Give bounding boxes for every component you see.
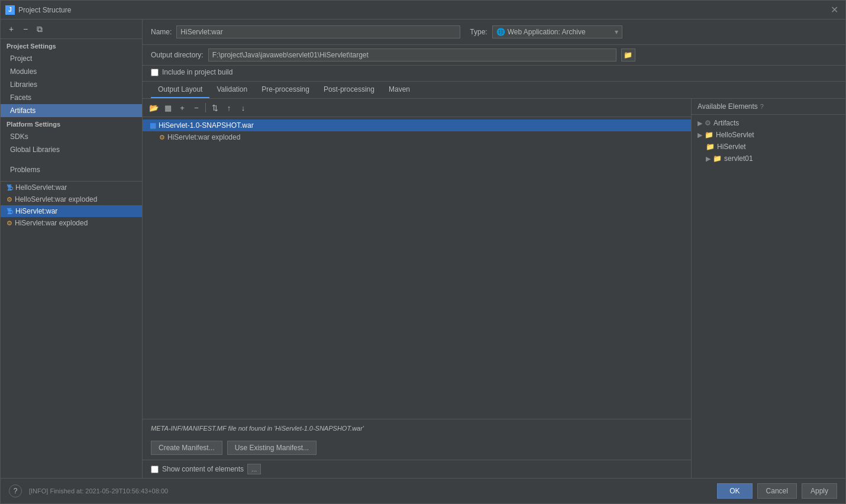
layout-tree: ▦ HiServlet-1.0-SNAPSHOT.war ⚙ HiServlet… xyxy=(143,117,691,419)
create-manifest-button[interactable]: Create Manifest... xyxy=(151,441,222,455)
expand-arrow-icon: ▶ xyxy=(706,155,711,163)
artifact-label: HelloServlet:war exploded xyxy=(15,195,97,203)
copy-artifact-button[interactable]: ⧉ xyxy=(34,23,46,35)
avail-item-hiservlet[interactable]: 📁 HiServlet xyxy=(692,141,845,153)
left-toolbar: + − ⧉ xyxy=(1,20,142,39)
dialog-title: Project Structure xyxy=(18,6,828,14)
artifact-helloservlet-war[interactable]: 🗜 HelloServlet:war xyxy=(1,182,142,193)
browse-output-dir-button[interactable]: 📁 xyxy=(621,49,635,62)
right-panel: Name: Type: 🌐 Web Application: Archive ▾… xyxy=(143,20,845,478)
sidebar-item-libraries[interactable]: Libraries xyxy=(1,78,142,91)
sidebar-item-modules[interactable]: Modules xyxy=(1,65,142,78)
artifact-label: HiServlet:war xyxy=(15,207,57,215)
war-icon: 🗜 xyxy=(7,184,13,191)
add-artifact-button[interactable]: + xyxy=(5,23,17,35)
artifact-helloservlet-exploded[interactable]: ⚙ HelloServlet:war exploded xyxy=(1,193,142,205)
sidebar-item-artifacts[interactable]: Artifacts xyxy=(1,104,142,117)
ok-button[interactable]: OK xyxy=(717,483,752,499)
include-in-build-checkbox[interactable] xyxy=(151,69,159,76)
apply-button[interactable]: Apply xyxy=(802,483,837,499)
folder-add-icon: 📂 xyxy=(149,104,159,112)
include-row: Include in project build xyxy=(143,66,845,82)
project-settings-header: Project Settings xyxy=(1,39,142,52)
artifact-hiservlet-exploded[interactable]: ⚙ HiServlet:war exploded xyxy=(1,217,142,229)
type-label: Type: xyxy=(470,28,487,36)
output-dir-label: Output directory: xyxy=(151,51,204,59)
manifest-buttons: Create Manifest... Use Existing Manifest… xyxy=(143,437,691,460)
artifact-label: HiServlet:war exploded xyxy=(15,219,88,227)
down-icon: ↓ xyxy=(241,104,246,112)
tab-validation[interactable]: Validation xyxy=(209,82,254,98)
type-icon: 🌐 xyxy=(496,28,505,36)
project-structure-dialog: J Project Structure ✕ + − ⧉ Project Sett… xyxy=(0,0,846,504)
available-elements-panel: Available Elements ? ▶ ⚙ Artifacts ▶ xyxy=(692,99,845,478)
name-input[interactable] xyxy=(176,25,460,38)
use-existing-manifest-button[interactable]: Use Existing Manifest... xyxy=(227,441,317,455)
close-button[interactable]: ✕ xyxy=(828,4,841,15)
bottom-left: ? xyxy=(9,484,22,497)
show-content-checkbox[interactable] xyxy=(151,466,159,473)
sidebar-item-label: SDKs xyxy=(10,133,28,141)
remove-element-button[interactable]: − xyxy=(190,101,203,114)
avail-label: HiServlet xyxy=(717,143,746,151)
help-button[interactable]: ? xyxy=(9,484,22,497)
content-area: 📂 ▦ + − ⇅ xyxy=(143,99,845,478)
main-content: + − ⧉ Project Settings Project Modules L… xyxy=(1,20,845,478)
tree-item-label: HiServlet:war exploded xyxy=(167,133,240,141)
remove-artifact-button[interactable]: − xyxy=(20,23,31,35)
exploded-icon: ⚙ xyxy=(7,196,12,203)
sort-icon: ⇅ xyxy=(212,104,218,112)
cancel-button[interactable]: Cancel xyxy=(757,483,797,499)
up-icon: ↑ xyxy=(227,104,231,112)
sidebar-item-label: Problems xyxy=(10,166,40,174)
exploded-child-icon: ⚙ xyxy=(159,134,165,141)
tree-item-snapshot-war[interactable]: ▦ HiServlet-1.0-SNAPSHOT.war xyxy=(143,119,691,131)
sidebar-item-label: Modules xyxy=(10,67,37,76)
output-dir-row: Output directory: 📁 xyxy=(143,45,845,66)
add-folder-button[interactable]: 📂 xyxy=(147,101,160,114)
sidebar-item-label: Facets xyxy=(10,93,31,102)
avail-item-artifacts[interactable]: ▶ ⚙ Artifacts xyxy=(692,117,845,129)
tab-output-layout[interactable]: Output Layout xyxy=(151,82,209,98)
platform-settings-header: Platform Settings xyxy=(1,117,142,130)
tab-pre-processing[interactable]: Pre-processing xyxy=(254,82,317,98)
show-content-options-button[interactable]: ... xyxy=(247,464,261,474)
sidebar-item-label: Project xyxy=(10,54,32,63)
sort-button[interactable]: ⇅ xyxy=(208,101,221,114)
title-bar: J Project Structure ✕ xyxy=(1,1,845,20)
toolbar-separator xyxy=(205,103,206,112)
sidebar-item-problems[interactable]: Problems xyxy=(1,163,142,176)
status-text: [INFO] Finished at: 2021-05-29T10:56:43+… xyxy=(29,487,168,495)
tab-maven[interactable]: Maven xyxy=(382,82,417,98)
sidebar-item-sdks[interactable]: SDKs xyxy=(1,130,142,143)
sidebar-item-facets[interactable]: Facets xyxy=(1,91,142,104)
help-icon: ? xyxy=(760,103,764,110)
add-element-button[interactable]: + xyxy=(176,101,189,114)
avail-item-servlet01[interactable]: ▶ 📁 servlet01 xyxy=(692,153,845,164)
avail-label: servlet01 xyxy=(724,154,753,163)
available-elements-header: Available Elements ? xyxy=(692,99,845,115)
bottom-right: OK Cancel Apply xyxy=(717,483,837,499)
war-icon: 🗜 xyxy=(7,208,13,215)
output-layout-toolbar: 📂 ▦ + − ⇅ xyxy=(143,99,691,117)
layout-view-button[interactable]: ▦ xyxy=(162,101,175,114)
artifact-hiservlet-war[interactable]: 🗜 HiServlet:war xyxy=(1,205,142,217)
layout-icon: ▦ xyxy=(164,104,172,112)
move-up-button[interactable]: ↑ xyxy=(222,101,235,114)
sidebar-item-global-libraries[interactable]: Global Libraries xyxy=(1,143,142,156)
tab-post-processing[interactable]: Post-processing xyxy=(317,82,382,98)
sidebar-item-project[interactable]: Project xyxy=(1,52,142,65)
sidebar-item-label: Global Libraries xyxy=(10,146,60,154)
output-layout-panel: 📂 ▦ + − ⇅ xyxy=(143,99,692,478)
error-message: META-INF/MANIFEST.MF file not found in '… xyxy=(151,425,364,432)
move-down-button[interactable]: ↓ xyxy=(237,101,250,114)
avail-item-helloservlet[interactable]: ▶ 📁 HelloServlet xyxy=(692,129,845,141)
include-label: Include in project build xyxy=(162,68,233,76)
output-dir-input[interactable] xyxy=(208,49,616,62)
artifact-label: HelloServlet:war xyxy=(15,183,67,192)
tree-item-hiservlet-exploded[interactable]: ⚙ HiServlet:war exploded xyxy=(143,131,691,143)
sidebar-item-label: Artifacts xyxy=(10,106,35,115)
type-dropdown[interactable]: 🌐 Web Application: Archive ▾ xyxy=(492,25,622,38)
name-type-row: Name: Type: 🌐 Web Application: Archive ▾ xyxy=(143,20,845,45)
folder-icon: 📁 xyxy=(713,154,722,163)
